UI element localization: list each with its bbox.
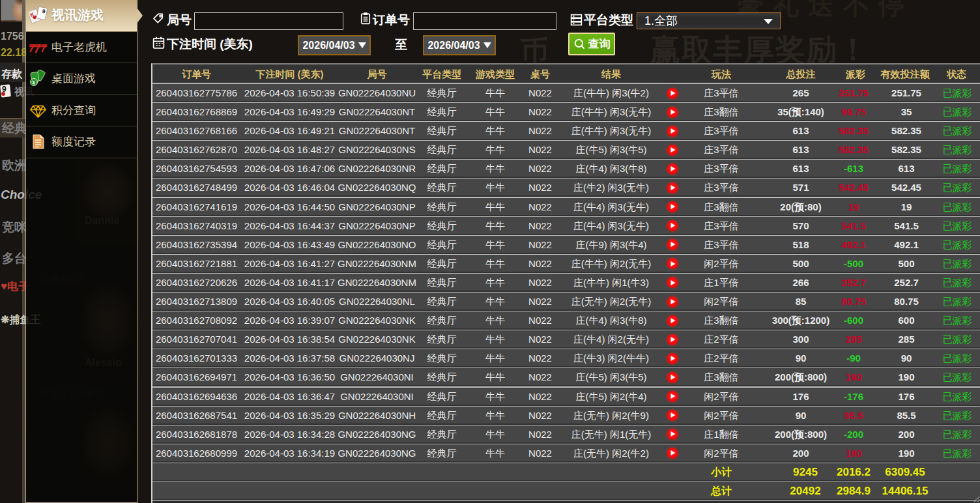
svg-text:7: 7 bbox=[40, 43, 47, 54]
svg-text:$: $ bbox=[33, 80, 35, 85]
